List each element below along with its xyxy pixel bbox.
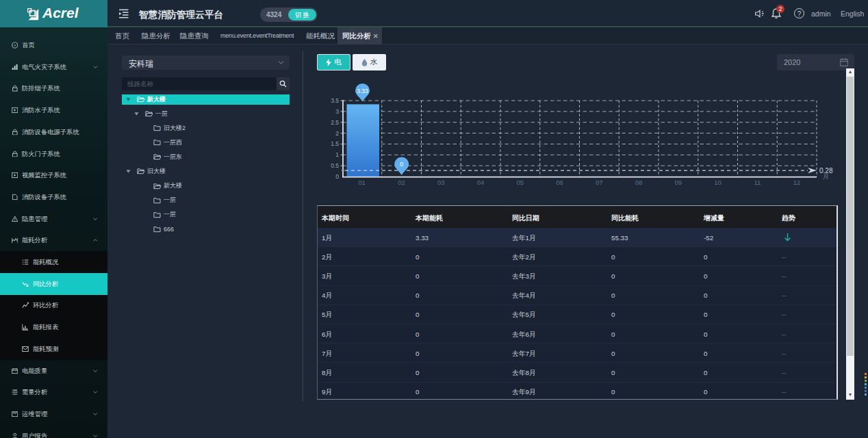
- svg-text:2.5: 2.5: [331, 119, 339, 126]
- svg-text:04: 04: [477, 179, 485, 186]
- svg-text:10: 10: [714, 179, 722, 186]
- svg-text:06: 06: [556, 179, 563, 186]
- svg-text:0: 0: [335, 173, 339, 180]
- svg-text:08: 08: [635, 179, 643, 186]
- svg-text:09: 09: [675, 179, 682, 186]
- svg-text:07: 07: [596, 179, 603, 186]
- svg-text:月: 月: [823, 172, 830, 180]
- svg-text:2: 2: [335, 130, 339, 137]
- svg-text:0: 0: [400, 161, 403, 168]
- svg-text:1: 1: [335, 151, 339, 158]
- svg-text:03: 03: [437, 179, 445, 186]
- svg-text:11: 11: [754, 179, 761, 186]
- svg-text:01: 01: [359, 179, 366, 186]
- svg-text:12: 12: [793, 179, 801, 186]
- svg-text:1.5: 1.5: [331, 140, 339, 147]
- svg-text:05: 05: [517, 179, 524, 186]
- svg-text:3: 3: [335, 108, 339, 115]
- svg-text:3.5: 3.5: [331, 97, 339, 104]
- svg-text:3.33: 3.33: [357, 88, 368, 94]
- svg-text:0.5: 0.5: [331, 162, 339, 169]
- svg-text:02: 02: [398, 179, 405, 186]
